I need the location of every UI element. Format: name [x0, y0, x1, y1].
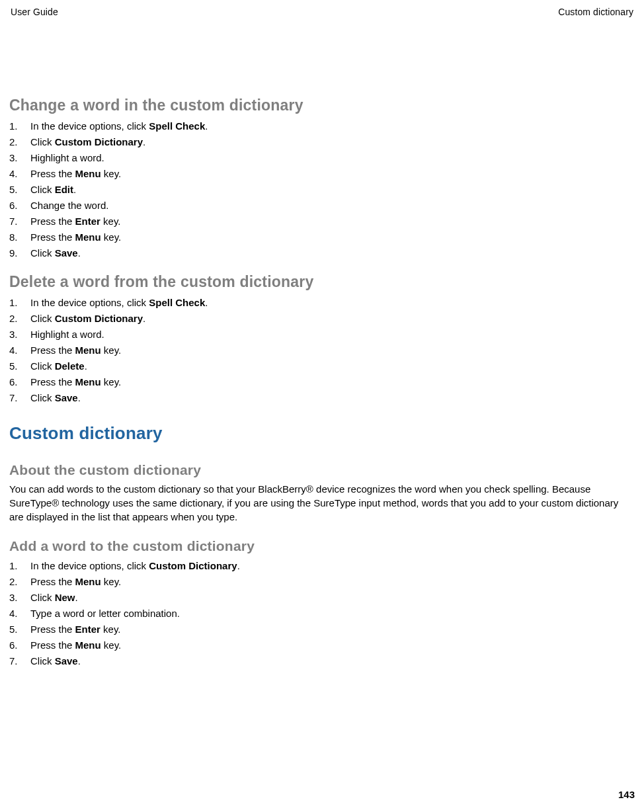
page-number: 143: [618, 789, 635, 800]
bold-text: Enter: [75, 624, 101, 635]
page: User Guide Custom dictionary Change a wo…: [0, 0, 644, 812]
bold-text: Menu: [75, 231, 101, 243]
bold-text: Save: [55, 655, 78, 667]
step-item: Highlight a word.: [9, 150, 635, 166]
step-item: Highlight a word.: [9, 327, 635, 343]
steps-list: In the device options, click Spell Check…: [9, 295, 635, 406]
section-heading: Add a word to the custom dictionary: [9, 538, 635, 554]
bold-text: Menu: [75, 639, 101, 651]
step-item: Click Save.: [9, 390, 635, 406]
step-item: Press the Menu key.: [9, 166, 635, 182]
page-content: Change a word in the custom dictionaryIn…: [9, 17, 635, 669]
section-heading: About the custom dictionary: [9, 462, 635, 478]
section-block: Change a word in the custom dictionaryIn…: [9, 97, 635, 261]
bold-text: Save: [55, 392, 78, 403]
section-heading: Delete a word from the custom dictionary: [9, 273, 635, 291]
section-heading: Change a word in the custom dictionary: [9, 97, 635, 114]
bold-text: Edit: [55, 184, 73, 195]
step-item: Press the Menu key.: [9, 229, 635, 245]
step-item: In the device options, click Spell Check…: [9, 295, 635, 311]
section-block: About the custom dictionaryYou can add w…: [9, 462, 635, 524]
bold-text: Custom Dictionary: [55, 136, 143, 147]
bold-text: Menu: [75, 345, 101, 356]
bold-text: Spell Check: [149, 120, 205, 132]
bold-text: Menu: [75, 168, 101, 179]
section-heading: Custom dictionary: [9, 423, 635, 444]
step-item: Click Save.: [9, 653, 635, 669]
step-item: Type a word or letter combination.: [9, 606, 635, 622]
step-item: Change the word.: [9, 198, 635, 214]
bold-text: New: [55, 592, 75, 603]
step-item: Press the Menu key.: [9, 574, 635, 590]
steps-list: In the device options, click Custom Dict…: [9, 558, 635, 669]
step-item: Click New.: [9, 590, 635, 606]
bold-text: Delete: [55, 360, 85, 372]
step-item: Press the Menu key.: [9, 374, 635, 390]
section-block: Delete a word from the custom dictionary…: [9, 273, 635, 406]
step-item: Click Edit.: [9, 182, 635, 198]
header-right: Custom dictionary: [558, 7, 633, 17]
body-paragraph: You can add words to the custom dictiona…: [9, 482, 635, 524]
step-item: In the device options, click Custom Dict…: [9, 558, 635, 574]
bold-text: Custom Dictionary: [149, 560, 237, 571]
bold-text: Menu: [75, 576, 101, 587]
bold-text: Custom Dictionary: [55, 313, 143, 324]
section-block: Add a word to the custom dictionaryIn th…: [9, 538, 635, 669]
step-item: Press the Enter key.: [9, 214, 635, 229]
step-item: Click Custom Dictionary.: [9, 311, 635, 327]
step-item: Click Delete.: [9, 358, 635, 374]
step-item: Click Save.: [9, 245, 635, 261]
bold-text: Save: [55, 247, 78, 259]
step-item: Press the Enter key.: [9, 622, 635, 637]
step-item: Click Custom Dictionary.: [9, 134, 635, 150]
step-item: In the device options, click Spell Check…: [9, 118, 635, 134]
bold-text: Enter: [75, 216, 101, 227]
header-left: User Guide: [11, 7, 58, 17]
section-block: Custom dictionary: [9, 423, 635, 444]
bold-text: Spell Check: [149, 297, 205, 308]
page-header: User Guide Custom dictionary: [9, 7, 635, 17]
bold-text: Menu: [75, 376, 101, 387]
steps-list: In the device options, click Spell Check…: [9, 118, 635, 261]
step-item: Press the Menu key.: [9, 637, 635, 653]
step-item: Press the Menu key.: [9, 343, 635, 358]
